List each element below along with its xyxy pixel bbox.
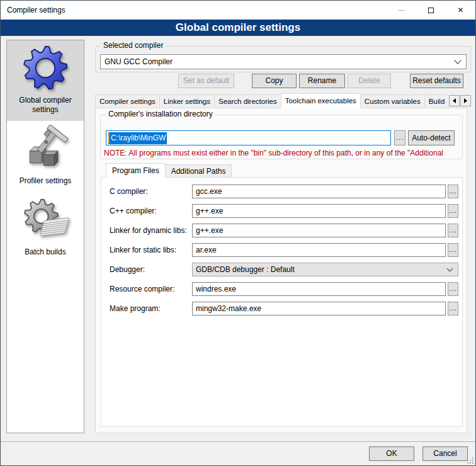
linker-for-static-libs-row: Linker for static libs:ar.exe... xyxy=(101,243,462,257)
linker-for-static-libs-label: Linker for static libs: xyxy=(110,246,176,254)
auto-detect-button[interactable]: Auto-detect xyxy=(408,130,455,145)
tabs-list: Compiler settingsLinker settingsSearch d… xyxy=(95,93,446,108)
selected-compiler-group: Selected compiler GNU GCC Compiler xyxy=(95,46,471,72)
footer-divider xyxy=(1,441,475,442)
cplusplus-compiler-field[interactable]: g++.exe xyxy=(192,204,446,218)
selected-compiler-group-label: Selected compiler xyxy=(101,41,166,50)
cplusplus-compiler-label: C++ compiler: xyxy=(110,207,157,215)
batch-builds-gear-icon xyxy=(21,196,69,244)
debugger-row: Debugger:GDB/CDB debugger : Default xyxy=(101,263,462,276)
cplusplus-compiler-row: C++ compiler:g++.exe... xyxy=(101,204,462,218)
sidebar-item-global-compiler-settings[interactable]: Global compiler settings xyxy=(7,40,84,121)
tab-toolchain-executables[interactable]: Toolchain executables xyxy=(281,93,361,108)
profiler-caliper-icon xyxy=(21,125,69,173)
set-as-default-button: Set as default xyxy=(178,74,234,88)
subtab-program-files[interactable]: Program Files xyxy=(106,163,166,178)
chevron-down-icon xyxy=(454,57,461,64)
resource-compiler-browse-button[interactable]: ... xyxy=(448,282,458,296)
chevron-down-icon xyxy=(447,266,453,272)
tab-scroll-right-button[interactable] xyxy=(460,95,471,106)
installation-directory-browse-button[interactable]: ... xyxy=(394,130,405,145)
window-title: Compiler settings xyxy=(7,6,65,14)
c-compiler-browse-button[interactable]: ... xyxy=(448,185,458,198)
close-button[interactable]: ✕ xyxy=(446,1,475,20)
title-bar: Compiler settings ✕ xyxy=(1,1,475,20)
linker-for-static-libs-browse-button[interactable]: ... xyxy=(448,243,458,257)
linker-for-dynamic-libs-label: Linker for dynamic libs: xyxy=(110,226,187,235)
subtab-additional-paths[interactable]: Additional Paths xyxy=(165,164,232,178)
linker-for-static-libs-field[interactable]: ar.exe xyxy=(192,243,446,257)
linker-for-dynamic-libs-browse-button[interactable]: ... xyxy=(448,224,458,237)
resource-compiler-field[interactable]: windres.exe xyxy=(192,282,446,296)
debugger-label: Debugger: xyxy=(110,265,145,274)
sidebar-item-profiler-settings[interactable]: Profiler settings xyxy=(7,121,84,192)
installation-directory-group-label: Compiler's installation directory xyxy=(106,110,215,118)
tab-compiler-settings[interactable]: Compiler settings xyxy=(95,94,160,108)
sidebar-item-label: Batch builds xyxy=(8,246,82,257)
c-compiler-label: C compiler: xyxy=(110,187,148,196)
close-icon: ✕ xyxy=(457,6,463,14)
toolchain-executables-page: Compiler's installation directory C:\ray… xyxy=(95,108,467,433)
resource-compiler-label: Resource compiler: xyxy=(110,285,174,293)
minimize-button[interactable] xyxy=(387,1,416,20)
tab-linker-settings[interactable]: Linker settings xyxy=(159,94,215,108)
tab-search-directories[interactable]: Search directories xyxy=(214,94,281,108)
make-program-row: Make program:mingw32-make.exe... xyxy=(101,302,462,315)
tab-build-options[interactable]: Build options xyxy=(424,94,446,108)
minimize-icon xyxy=(398,10,405,11)
blue-gear-icon xyxy=(21,44,69,92)
maximize-icon xyxy=(428,8,434,13)
cancel-button[interactable]: Cancel xyxy=(422,446,468,461)
copy-button[interactable]: Copy xyxy=(252,74,297,88)
rename-button[interactable]: Rename xyxy=(299,74,345,88)
linker-for-dynamic-libs-row: Linker for dynamic libs:g++.exe... xyxy=(101,224,462,237)
selected-compiler-value: GNU GCC Compiler xyxy=(105,57,173,66)
maximize-button[interactable] xyxy=(416,1,446,20)
make-program-field[interactable]: mingw32-make.exe xyxy=(192,302,446,315)
selected-compiler-dropdown[interactable]: GNU GCC Compiler xyxy=(100,54,467,69)
c-compiler-row: C compiler:gcc.exe... xyxy=(101,185,462,198)
dropdown-value: GDB/CDB debugger : Default xyxy=(196,265,295,274)
sidebar-item-label: Profiler settings xyxy=(8,174,82,186)
compiler-settings-dialog: Compiler settings ✕ Global compiler sett… xyxy=(0,0,476,466)
reset-defaults-button[interactable]: Reset defaults xyxy=(410,74,463,88)
program-files-panel: C compiler:gcc.exe...C++ compiler:g++.ex… xyxy=(101,177,463,427)
sidebar-item-label: Global compiler settings xyxy=(8,94,82,115)
c-compiler-field[interactable]: gcc.exe xyxy=(192,185,446,198)
text-caret xyxy=(108,133,110,144)
make-program-browse-button[interactable]: ... xyxy=(448,302,458,315)
debugger-dropdown[interactable]: GDB/CDB debugger : Default xyxy=(192,263,458,276)
delete-button: Delete xyxy=(348,74,391,88)
make-program-label: Make program: xyxy=(110,304,161,313)
settings-sidebar: Global compiler settingsProfiler setting… xyxy=(6,40,84,433)
linker-for-dynamic-libs-field[interactable]: g++.exe xyxy=(192,224,446,237)
note-text: NOTE: All programs must exist either in … xyxy=(104,149,461,157)
resource-compiler-row: Resource compiler:windres.exe... xyxy=(101,282,462,296)
installation-directory-group: Compiler's installation directory C:\ray… xyxy=(100,115,463,159)
installation-directory-input[interactable]: C:\raylib\MinGW xyxy=(106,130,391,145)
triangle-left-icon xyxy=(453,98,456,103)
tab-scroll-left-button[interactable] xyxy=(449,95,460,106)
ok-button[interactable]: OK xyxy=(369,446,414,461)
triangle-right-icon xyxy=(464,98,467,103)
selected-path-text: C:\raylib\MinGW xyxy=(108,132,167,144)
page-title: Global compiler settings xyxy=(1,20,475,36)
main-tab-bar: Compiler settingsLinker settingsSearch d… xyxy=(95,93,471,108)
cplusplus-compiler-browse-button[interactable]: ... xyxy=(448,204,458,218)
tab-custom-variables[interactable]: Custom variables xyxy=(360,94,425,108)
sidebar-item-batch-builds[interactable]: Batch builds xyxy=(7,192,84,263)
sub-tab-bar: Program FilesAdditional Paths xyxy=(106,163,231,178)
tab-scroll-buttons xyxy=(448,95,471,106)
